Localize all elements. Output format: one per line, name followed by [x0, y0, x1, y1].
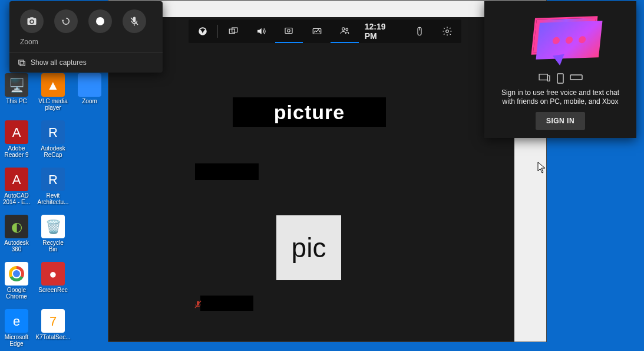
- show-all-captures-label: Show all captures: [31, 58, 87, 67]
- camera-icon: [27, 16, 37, 27]
- desktop-icon-label: This PC: [6, 98, 27, 104]
- settings-button[interactable]: [434, 19, 461, 43]
- svg-point-10: [288, 29, 290, 32]
- svg-rect-18: [547, 76, 550, 81]
- desktop-icon-k7[interactable]: 7K7TotalSec...: [38, 309, 68, 347]
- chrome-icon: [5, 262, 28, 286]
- gallery-icon: [18, 58, 26, 67]
- svg-rect-20: [570, 75, 582, 80]
- screenshot-button[interactable]: [20, 9, 44, 33]
- desktop-icon-adobe-reader[interactable]: AAdobe Reader 9: [1, 120, 32, 158]
- k7-icon: 7: [41, 309, 65, 333]
- desktop-icon-screenrec[interactable]: ●ScreenRec: [38, 262, 68, 300]
- desktop-icon-label: Autodesk 360: [1, 240, 32, 252]
- start-recording-button[interactable]: [88, 9, 112, 33]
- screenrec-icon: ●: [41, 262, 65, 286]
- mic-off-icon: [129, 16, 140, 27]
- window-titlebar[interactable]: [108, 1, 546, 17]
- mouse-icon: [414, 26, 425, 37]
- performance-icon: [312, 26, 322, 37]
- widgets-button[interactable]: [219, 19, 247, 43]
- zoom-stage: picture pic: [108, 17, 514, 342]
- show-all-captures-button[interactable]: Show all captures: [9, 52, 163, 73]
- desktop-icon-vlc[interactable]: ▲VLC media player: [38, 73, 68, 111]
- desktop-icon-a360[interactable]: ◐Autodesk 360: [1, 215, 32, 252]
- capture-widget: Zoom Show all captures: [9, 1, 163, 73]
- desktop-icon-label: Microsoft Edge: [1, 334, 32, 347]
- desktop-icon-autocad[interactable]: AAutoCAD 2014 - E...: [1, 168, 32, 205]
- revit-icon: R: [41, 168, 65, 191]
- desktop-icon-zoom[interactable]: Zoom: [74, 73, 105, 111]
- gamebar-time: 12:19 PM: [359, 22, 406, 41]
- a360-icon: ◐: [5, 215, 28, 238]
- participant-label: pic: [292, 232, 326, 264]
- participant-label: picture: [274, 101, 345, 124]
- pc-icon: 🖥️: [5, 73, 28, 97]
- desktop-icon-label: AutoCAD 2014 - E...: [1, 192, 32, 205]
- mouse-cursor: [537, 162, 546, 176]
- pc-icon: [538, 73, 551, 83]
- participant-tile-picture[interactable]: picture: [233, 97, 386, 127]
- social-icon: [339, 25, 350, 36]
- record-last-icon: [61, 16, 71, 27]
- svg-rect-4: [19, 60, 24, 64]
- widgets-icon: [228, 26, 239, 37]
- recycle-bin-icon: 🗑️: [41, 215, 65, 238]
- desktop-icon-recap[interactable]: RAutodesk ReCap: [38, 120, 68, 158]
- desktop-icon-label: Adobe Reader 9: [1, 145, 32, 158]
- desktop-icon-label: Autodesk ReCap: [38, 145, 68, 158]
- performance-button[interactable]: [303, 19, 331, 43]
- svg-rect-19: [557, 74, 563, 83]
- participant-tile-small-1[interactable]: [195, 163, 259, 180]
- desktop-icon-label: Revit Architectu...: [38, 192, 69, 205]
- desktop-icon-chrome[interactable]: Google Chrome: [1, 262, 32, 300]
- console-icon: [570, 73, 583, 81]
- zoom-body: picture pic: [108, 17, 546, 342]
- capture-button[interactable]: [275, 19, 303, 43]
- social-signin-text: Sign in to use free voice and text chat …: [501, 88, 619, 106]
- edge-icon: e: [5, 309, 28, 333]
- desktop-icon-label: Google Chrome: [1, 287, 32, 300]
- vlc-icon: ▲: [41, 73, 65, 97]
- desktop-icon-label: K7TotalSec...: [36, 334, 71, 340]
- mic-toggle-button[interactable]: [123, 9, 146, 33]
- adobe-icon: A: [5, 120, 28, 144]
- zoom-window: picture pic: [108, 0, 547, 342]
- record-last-button[interactable]: [54, 9, 78, 33]
- desktop-icon-label: VLC media player: [38, 98, 68, 111]
- xbox-icon: [197, 26, 208, 37]
- capture-source-label: Zoom: [9, 38, 163, 52]
- mobile-icon: [557, 73, 564, 84]
- chat-illustration: [510, 8, 610, 71]
- zoom-icon: [78, 73, 101, 97]
- svg-rect-17: [539, 74, 547, 80]
- svg-point-13: [346, 28, 348, 31]
- svg-point-16: [446, 30, 449, 33]
- autocad-icon: A: [5, 168, 28, 191]
- audio-button[interactable]: [247, 19, 275, 43]
- gear-icon: [442, 26, 453, 37]
- xbox-social-button[interactable]: [331, 19, 358, 43]
- device-icons: [538, 73, 583, 84]
- muted-mic-icon: [194, 300, 202, 310]
- speaker-icon: [256, 26, 266, 37]
- desktop-icon-revit[interactable]: RRevit Architectu...: [38, 168, 68, 205]
- svg-point-12: [342, 28, 345, 31]
- svg-rect-9: [285, 28, 292, 34]
- recap-icon: R: [41, 120, 65, 144]
- desktop-icon-this-pc[interactable]: 🖥️This PC: [1, 73, 32, 111]
- participant-tile-small-2[interactable]: [200, 296, 253, 311]
- desktop-icon-label: Zoom: [82, 98, 97, 104]
- sign-in-button[interactable]: SIGN IN: [536, 112, 585, 130]
- desktop-icon-label: ScreenRec: [38, 287, 67, 293]
- participant-tile-pic[interactable]: pic: [276, 215, 341, 280]
- game-bar[interactable]: 12:19 PM: [189, 19, 461, 43]
- capture-icon: [283, 25, 294, 36]
- desktop-icon-label: Recycle Bin: [38, 240, 68, 252]
- desktop-icon-recycle-bin[interactable]: 🗑️Recycle Bin: [38, 215, 68, 252]
- xbox-button[interactable]: [189, 19, 216, 43]
- mouse-button[interactable]: [405, 19, 433, 43]
- xbox-social-card: Sign in to use free voice and text chat …: [484, 1, 636, 138]
- svg-rect-5: [20, 61, 25, 65]
- desktop-icon-edge[interactable]: eMicrosoft Edge: [1, 309, 32, 347]
